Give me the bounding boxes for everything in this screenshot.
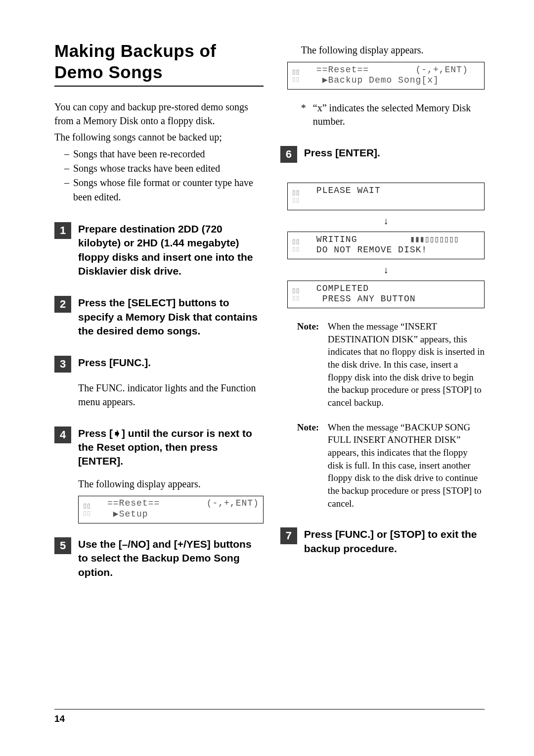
step-6: 6 Press [ENTER]. <box>280 146 485 163</box>
step-title: Press the [SELECT] buttons to specify a … <box>78 296 264 338</box>
step-3-desc: The FUNC. indicator lights and the Funct… <box>78 381 264 408</box>
footnote: * “x” indicates the selected Memory Disk… <box>301 101 485 128</box>
dash-icon: – <box>64 161 73 176</box>
step-title: Press [➧] until the cursor is next to th… <box>78 426 264 469</box>
right-column: The following display appears. ▯▯▯▯ ==Re… <box>287 41 485 579</box>
lcd-text: COMPLETED PRESS ANY BUTTON <box>316 284 480 305</box>
step-number-badge: 2 <box>54 296 71 313</box>
step-3: 3 Press [FUNC.]. <box>54 356 264 373</box>
down-arrow-icon: ↓ <box>287 215 485 227</box>
list-item-text: Songs that have been re-recorded <box>73 147 205 161</box>
left-column: Making Backups of Demo Songs You can cop… <box>54 41 264 579</box>
step-3-sub: The FUNC. indicator lights and the Funct… <box>78 381 264 408</box>
list-item-text: Songs whose tracks have been edited <box>73 161 220 176</box>
lcd-display-completed: ▯▯▯▯ COMPLETED PRESS ANY BUTTON <box>287 281 485 308</box>
lcd-display-writing: ▯▯▯▯ WRITING ▮▮▮▯▯▯▯▯▯▯ DO NOT REMOVE DI… <box>287 232 485 259</box>
note-text: When the message “INSERT DESTINATION DIS… <box>328 320 485 409</box>
step-title: Press [ENTER]. <box>304 146 380 160</box>
step-number-badge: 7 <box>280 527 297 544</box>
list-item: –Songs that have been re-recorded <box>64 147 264 161</box>
step-number-badge: 1 <box>54 222 71 239</box>
seven-segment-icon: ▯▯▯▯ <box>292 286 312 301</box>
lcd-display-wait: ▯▯▯▯ PLEASE WAIT <box>287 183 485 210</box>
step-title: Prepare destination 2DD (720 kilobyte) o… <box>78 222 264 278</box>
seven-segment-icon: ▯▯▯▯ <box>292 237 312 252</box>
step-number-badge: 5 <box>54 537 71 554</box>
down-arrow-icon: ↓ <box>287 264 485 276</box>
progress-bar-icon: ▮▮▮▯▯▯▯▯▯▯ <box>410 235 458 244</box>
step-4-desc: The following display appears. <box>78 477 264 491</box>
lcd-writing-warning: DO NOT REMOVE DISK! <box>316 245 480 256</box>
step-number-badge: 3 <box>54 356 71 373</box>
list-item: –Songs whose tracks have been edited <box>64 161 264 176</box>
lcd-display-reset-backup: ▯▯▯▯ ==Reset== (-,+,ENT) ▶Backup Demo So… <box>287 62 485 90</box>
step-2: 2 Press the [SELECT] buttons to specify … <box>54 296 264 338</box>
page-title: Making Backups of Demo Songs <box>54 41 264 83</box>
step-title: Press [FUNC.]. <box>78 356 151 370</box>
step-number-badge: 4 <box>54 426 71 443</box>
lcd-text: PLEASE WAIT <box>316 186 480 207</box>
step-5: 5 Use the [–/NO] and [+/YES] buttons to … <box>54 537 264 579</box>
page: Making Backups of Demo Songs You can cop… <box>0 0 534 756</box>
list-item-text: Songs whose file format or counter type … <box>73 176 264 204</box>
lcd-display-reset-setup: ▯▯▯▯ ==Reset== (-,+,ENT) ▶Setup <box>78 496 264 523</box>
right-intro: The following display appears. <box>301 44 485 57</box>
step-7: 7 Press [FUNC.] or [STOP] to exit the ba… <box>280 527 485 556</box>
lcd-text: ==Reset== (-,+,ENT) ▶Setup <box>107 498 259 520</box>
step-4: 4 Press [➧] until the cursor is next to … <box>54 426 264 469</box>
lcd-text: WRITING ▮▮▮▯▯▯▯▯▯▯ DO NOT REMOVE DISK! <box>316 235 480 256</box>
step-1: 1 Prepare destination 2DD (720 kilobyte)… <box>54 222 264 278</box>
right-intro-wrap: The following display appears. <box>301 44 485 57</box>
list-item: –Songs whose file format or counter type… <box>64 176 264 204</box>
seven-segment-icon: ▯▯▯▯ <box>292 68 312 83</box>
step-number-badge: 6 <box>280 146 297 163</box>
intro-paragraph-2: The following songs cannot be backed up; <box>54 131 264 144</box>
asterisk-icon: * <box>301 101 313 128</box>
note-label: Note: <box>297 320 328 409</box>
title-rule <box>54 86 264 87</box>
page-number: 14 <box>54 713 65 724</box>
page-footer: 14 <box>54 709 485 724</box>
restrictions-list: –Songs that have been re-recorded –Songs… <box>54 147 264 204</box>
seven-segment-icon: ▯▯▯▯ <box>83 502 102 517</box>
dash-icon: – <box>64 147 73 161</box>
note-text: When the message “BACKUP SONG FULL INSER… <box>328 421 485 510</box>
lcd-text: ==Reset== (-,+,ENT) ▶Backup Demo Song[x] <box>316 65 480 86</box>
footnote-text: “x” indicates the selected Memory Disk n… <box>313 101 485 128</box>
note-2: Note: When the message “BACKUP SONG FULL… <box>297 421 485 510</box>
intro-paragraph-1: You can copy and backup pre-stored demo … <box>54 100 264 127</box>
dash-icon: – <box>64 176 73 204</box>
step-title: Press [FUNC.] or [STOP] to exit the back… <box>304 527 485 556</box>
note-1: Note: When the message “INSERT DESTINATI… <box>297 320 485 409</box>
seven-segment-icon: ▯▯▯▯ <box>292 189 312 203</box>
lcd-writing-label: WRITING <box>316 235 410 244</box>
step-title: Use the [–/NO] and [+/YES] buttons to se… <box>78 537 264 579</box>
note-label: Note: <box>297 421 328 510</box>
content-columns: Making Backups of Demo Songs You can cop… <box>54 41 485 579</box>
step-4-sub: The following display appears. ▯▯▯▯ ==Re… <box>78 477 264 523</box>
